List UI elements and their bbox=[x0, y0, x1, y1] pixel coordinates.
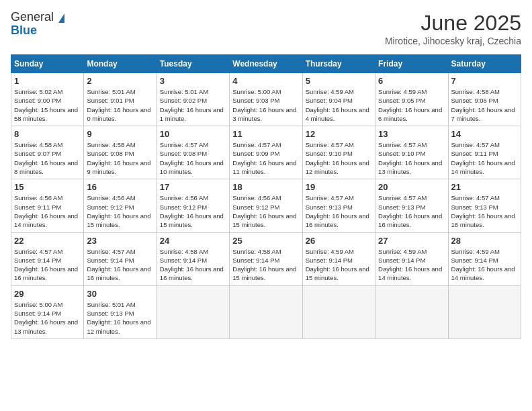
table-row: 6Sunrise: 4:59 AM Sunset: 9:05 PM Daylig… bbox=[375, 73, 448, 126]
day-number: 14 bbox=[451, 129, 518, 139]
table-row: 17Sunrise: 4:56 AM Sunset: 9:12 PM Dayli… bbox=[157, 179, 229, 232]
day-info: Sunrise: 4:57 AM Sunset: 9:10 PM Dayligh… bbox=[306, 140, 372, 176]
day-number: 9 bbox=[87, 129, 153, 139]
weekday-monday: Monday bbox=[84, 55, 157, 73]
day-number: 3 bbox=[160, 76, 226, 86]
day-info: Sunrise: 4:57 AM Sunset: 9:11 PM Dayligh… bbox=[451, 140, 518, 176]
day-number: 19 bbox=[306, 182, 372, 192]
day-number: 4 bbox=[232, 76, 299, 86]
day-number: 22 bbox=[14, 236, 81, 246]
day-info: Sunrise: 4:59 AM Sunset: 9:14 PM Dayligh… bbox=[451, 247, 518, 283]
calendar-table: Sunday Monday Tuesday Wednesday Thursday… bbox=[11, 54, 521, 339]
table-row: 1Sunrise: 5:02 AM Sunset: 9:00 PM Daylig… bbox=[11, 73, 84, 126]
day-number: 13 bbox=[378, 129, 445, 139]
logo-blue-text: Blue bbox=[11, 24, 37, 37]
day-info: Sunrise: 4:57 AM Sunset: 9:14 PM Dayligh… bbox=[14, 247, 81, 283]
table-row: 19Sunrise: 4:57 AM Sunset: 9:13 PM Dayli… bbox=[302, 179, 375, 232]
day-info: Sunrise: 4:58 AM Sunset: 9:14 PM Dayligh… bbox=[232, 247, 299, 283]
calendar-row: 15Sunrise: 4:56 AM Sunset: 9:11 PM Dayli… bbox=[11, 179, 521, 232]
table-row: 24Sunrise: 4:58 AM Sunset: 9:14 PM Dayli… bbox=[157, 232, 229, 285]
logo-line1: General bbox=[11, 11, 64, 24]
table-row: 13Sunrise: 4:57 AM Sunset: 9:10 PM Dayli… bbox=[375, 126, 448, 179]
title-area: June 2025 Mirotice, Jihocesky kraj, Czec… bbox=[385, 11, 521, 46]
table-row: 22Sunrise: 4:57 AM Sunset: 9:14 PM Dayli… bbox=[11, 232, 84, 285]
table-row bbox=[302, 285, 375, 338]
day-number: 26 bbox=[306, 236, 372, 246]
weekday-wednesday: Wednesday bbox=[230, 55, 302, 73]
table-row: 15Sunrise: 4:56 AM Sunset: 9:11 PM Dayli… bbox=[11, 179, 84, 232]
table-row bbox=[157, 285, 229, 338]
day-number: 10 bbox=[160, 129, 226, 139]
day-info: Sunrise: 4:57 AM Sunset: 9:13 PM Dayligh… bbox=[306, 193, 372, 229]
day-number: 25 bbox=[232, 236, 299, 246]
table-row: 23Sunrise: 4:57 AM Sunset: 9:14 PM Dayli… bbox=[84, 232, 157, 285]
day-info: Sunrise: 5:01 AM Sunset: 9:13 PM Dayligh… bbox=[87, 300, 153, 336]
calendar-header-row: Sunday Monday Tuesday Wednesday Thursday… bbox=[11, 55, 521, 73]
weekday-tuesday: Tuesday bbox=[157, 55, 229, 73]
day-number: 16 bbox=[87, 182, 153, 192]
day-info: Sunrise: 4:57 AM Sunset: 9:08 PM Dayligh… bbox=[160, 140, 226, 176]
day-info: Sunrise: 4:57 AM Sunset: 9:13 PM Dayligh… bbox=[451, 193, 518, 229]
day-number: 11 bbox=[232, 129, 299, 139]
table-row: 14Sunrise: 4:57 AM Sunset: 9:11 PM Dayli… bbox=[448, 126, 521, 179]
table-row: 8Sunrise: 4:58 AM Sunset: 9:07 PM Daylig… bbox=[11, 126, 84, 179]
table-row: 2Sunrise: 5:01 AM Sunset: 9:01 PM Daylig… bbox=[84, 73, 157, 126]
day-number: 12 bbox=[306, 129, 372, 139]
table-row bbox=[448, 285, 521, 338]
day-info: Sunrise: 4:58 AM Sunset: 9:07 PM Dayligh… bbox=[14, 140, 81, 176]
table-row bbox=[375, 285, 448, 338]
day-number: 24 bbox=[160, 236, 226, 246]
table-row: 29Sunrise: 5:00 AM Sunset: 9:14 PM Dayli… bbox=[11, 285, 84, 338]
day-info: Sunrise: 4:57 AM Sunset: 9:13 PM Dayligh… bbox=[378, 193, 445, 229]
calendar-row: 22Sunrise: 4:57 AM Sunset: 9:14 PM Dayli… bbox=[11, 232, 521, 285]
table-row: 7Sunrise: 4:58 AM Sunset: 9:06 PM Daylig… bbox=[448, 73, 521, 126]
logo-line2: Blue bbox=[11, 24, 64, 38]
weekday-sunday: Sunday bbox=[11, 55, 84, 73]
logo: General Blue bbox=[11, 11, 64, 38]
day-info: Sunrise: 4:59 AM Sunset: 9:04 PM Dayligh… bbox=[306, 87, 372, 123]
day-info: Sunrise: 4:59 AM Sunset: 9:14 PM Dayligh… bbox=[306, 247, 372, 283]
table-row: 10Sunrise: 4:57 AM Sunset: 9:08 PM Dayli… bbox=[157, 126, 229, 179]
table-row: 20Sunrise: 4:57 AM Sunset: 9:13 PM Dayli… bbox=[375, 179, 448, 232]
day-number: 15 bbox=[14, 182, 81, 192]
calendar-row: 1Sunrise: 5:02 AM Sunset: 9:00 PM Daylig… bbox=[11, 73, 521, 126]
day-info: Sunrise: 4:57 AM Sunset: 9:14 PM Dayligh… bbox=[87, 247, 153, 283]
calendar-row: 29Sunrise: 5:00 AM Sunset: 9:14 PM Dayli… bbox=[11, 285, 521, 338]
logo-triangle-icon bbox=[58, 13, 64, 23]
day-number: 30 bbox=[87, 289, 153, 299]
day-number: 20 bbox=[378, 182, 445, 192]
day-info: Sunrise: 5:01 AM Sunset: 9:02 PM Dayligh… bbox=[160, 87, 226, 123]
calendar-row: 8Sunrise: 4:58 AM Sunset: 9:07 PM Daylig… bbox=[11, 126, 521, 179]
logo-general-text: General bbox=[11, 10, 54, 24]
day-info: Sunrise: 5:01 AM Sunset: 9:01 PM Dayligh… bbox=[87, 87, 153, 123]
day-info: Sunrise: 4:56 AM Sunset: 9:12 PM Dayligh… bbox=[232, 193, 299, 229]
day-info: Sunrise: 5:00 AM Sunset: 9:03 PM Dayligh… bbox=[232, 87, 299, 123]
day-info: Sunrise: 4:56 AM Sunset: 9:12 PM Dayligh… bbox=[160, 193, 226, 229]
day-info: Sunrise: 5:02 AM Sunset: 9:00 PM Dayligh… bbox=[14, 87, 81, 123]
month-title: June 2025 bbox=[385, 11, 521, 36]
day-number: 27 bbox=[378, 236, 445, 246]
day-number: 6 bbox=[378, 76, 445, 86]
table-row: 28Sunrise: 4:59 AM Sunset: 9:14 PM Dayli… bbox=[448, 232, 521, 285]
table-row: 3Sunrise: 5:01 AM Sunset: 9:02 PM Daylig… bbox=[157, 73, 229, 126]
weekday-saturday: Saturday bbox=[448, 55, 521, 73]
table-row: 12Sunrise: 4:57 AM Sunset: 9:10 PM Dayli… bbox=[302, 126, 375, 179]
location-title: Mirotice, Jihocesky kraj, Czechia bbox=[385, 36, 521, 46]
day-info: Sunrise: 4:56 AM Sunset: 9:11 PM Dayligh… bbox=[14, 193, 81, 229]
day-number: 23 bbox=[87, 236, 153, 246]
day-number: 29 bbox=[14, 289, 81, 299]
table-row: 26Sunrise: 4:59 AM Sunset: 9:14 PM Dayli… bbox=[302, 232, 375, 285]
table-row bbox=[230, 285, 302, 338]
table-row: 4Sunrise: 5:00 AM Sunset: 9:03 PM Daylig… bbox=[230, 73, 302, 126]
weekday-friday: Friday bbox=[375, 55, 448, 73]
table-row: 27Sunrise: 4:59 AM Sunset: 9:14 PM Dayli… bbox=[375, 232, 448, 285]
day-number: 5 bbox=[306, 76, 372, 86]
weekday-thursday: Thursday bbox=[302, 55, 375, 73]
day-info: Sunrise: 4:58 AM Sunset: 9:06 PM Dayligh… bbox=[451, 87, 518, 123]
day-number: 8 bbox=[14, 129, 81, 139]
day-info: Sunrise: 5:00 AM Sunset: 9:14 PM Dayligh… bbox=[14, 300, 81, 336]
day-number: 17 bbox=[160, 182, 226, 192]
day-info: Sunrise: 4:56 AM Sunset: 9:12 PM Dayligh… bbox=[87, 193, 153, 229]
day-info: Sunrise: 4:59 AM Sunset: 9:05 PM Dayligh… bbox=[378, 87, 445, 123]
day-number: 28 bbox=[451, 236, 518, 246]
